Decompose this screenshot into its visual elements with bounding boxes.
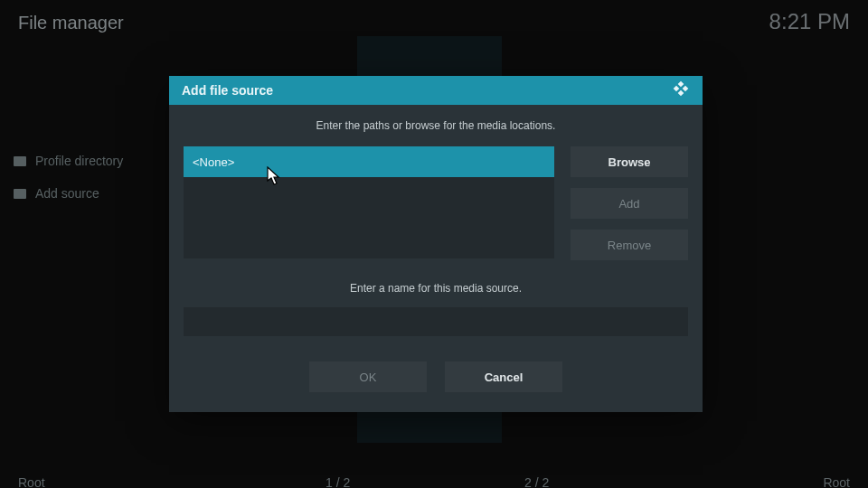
folder-icon	[14, 156, 26, 166]
dialog-body: Enter the paths or browse for the media …	[169, 105, 703, 412]
dialog-header: Add file source	[169, 76, 703, 105]
sidebar: Profile directory Add source	[14, 154, 123, 219]
footer-right-root: Root	[823, 475, 850, 488]
add-file-source-dialog: Add file source Enter the paths or brows…	[169, 76, 703, 412]
path-item[interactable]: <None>	[184, 146, 554, 177]
page-title: File manager	[18, 13, 124, 33]
footer-count-left: 1 / 2	[326, 475, 350, 488]
clock: 8:21 PM	[769, 9, 850, 34]
paths-list[interactable]: <None>	[184, 146, 554, 258]
cancel-button[interactable]: Cancel	[445, 361, 562, 392]
sidebar-item-label: Profile directory	[35, 154, 123, 168]
dialog-title: Add file source	[182, 83, 273, 98]
source-name-input[interactable]	[184, 307, 688, 336]
name-instruction: Enter a name for this media source.	[184, 282, 688, 295]
kodi-logo-icon	[672, 80, 690, 101]
remove-button[interactable]: Remove	[571, 230, 688, 260]
ok-button[interactable]: OK	[309, 361, 427, 392]
sidebar-item-add-source[interactable]: Add source	[14, 186, 123, 201]
sidebar-item-label: Add source	[35, 186, 99, 201]
sidebar-item-profile-directory[interactable]: Profile directory	[14, 154, 123, 168]
paths-instruction: Enter the paths or browse for the media …	[184, 119, 688, 132]
add-button[interactable]: Add	[571, 188, 688, 219]
footer-left-root: Root	[18, 475, 45, 488]
folder-icon	[14, 189, 26, 199]
browse-button[interactable]: Browse	[571, 146, 688, 177]
footer-count-right: 2 / 2	[524, 475, 549, 488]
